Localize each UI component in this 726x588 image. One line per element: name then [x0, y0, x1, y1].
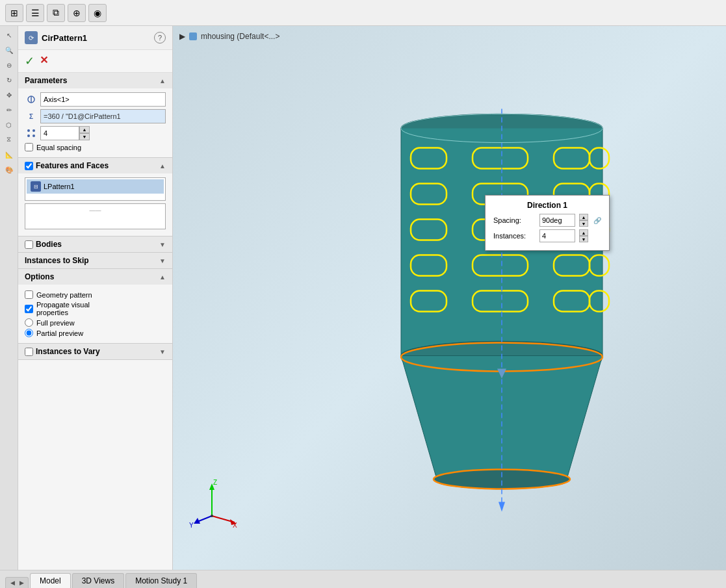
- bodies-section: Bodies ▼: [18, 236, 172, 253]
- toolbar-list-btn[interactable]: ☰: [26, 4, 44, 22]
- bodies-section-title: Bodies: [36, 240, 159, 249]
- options-section-header[interactable]: Options ▲: [18, 269, 172, 285]
- full-preview-label: Full preview: [36, 319, 75, 327]
- tool-feature-icon[interactable]: ⬡: [3, 118, 16, 131]
- spacing-row: Spacing: ▲ ▼ 🔗: [493, 214, 601, 227]
- bodies-section-header[interactable]: Bodies ▼: [18, 236, 172, 252]
- svg-point-5: [32, 134, 35, 137]
- spacing-down-btn[interactable]: ▼: [579, 220, 588, 227]
- instances-popup-down-btn[interactable]: ▼: [579, 236, 588, 242]
- propagate-visual-checkbox[interactable]: [25, 305, 33, 313]
- partial-preview-radio[interactable]: [25, 329, 33, 337]
- axis-icon: [25, 93, 38, 106]
- features-faces-section: Features and Faces ▲ ⊟ LPattern1 ——: [18, 158, 172, 236]
- features-primary-box[interactable]: ⊟ LPattern1: [25, 177, 166, 201]
- spacing-input[interactable]: [539, 214, 575, 227]
- feature-item-label: LPattern1: [44, 183, 75, 190]
- properties-panel: ⟳ CirPattern1 ? ✓ ✕ Parameters ▲: [18, 26, 173, 570]
- link-icon: 🔗: [593, 217, 601, 224]
- spacing-spinner: ▲ ▼: [579, 214, 588, 227]
- instances-increment-btn[interactable]: ▲: [79, 126, 90, 133]
- spacing-label: Spacing:: [493, 216, 536, 224]
- instances-vary-checkbox[interactable]: [25, 348, 33, 356]
- svg-point-4: [27, 134, 30, 137]
- 3d-viewport[interactable]: ▶ mhousing (Default<...> Direction 1 Spa…: [173, 26, 726, 570]
- toolbar-layers-btn[interactable]: ⧉: [47, 4, 65, 22]
- features-faces-checkbox[interactable]: [25, 162, 33, 170]
- partial-preview-label: Partial preview: [36, 329, 83, 337]
- formula-field-row: Σ: [25, 109, 166, 123]
- ok-button[interactable]: ✓: [25, 54, 34, 68]
- breadcrumb-arrow: ▶: [179, 32, 185, 41]
- spacing-up-btn[interactable]: ▲: [579, 214, 588, 220]
- cancel-button[interactable]: ✕: [40, 54, 48, 68]
- tool-cursor-icon[interactable]: ↖: [3, 29, 16, 42]
- ok-cancel-bar: ✓ ✕: [18, 50, 172, 73]
- instances-vary-header[interactable]: Instances to Vary ▼: [18, 344, 172, 359]
- tool-sketch-icon[interactable]: ✏: [3, 103, 16, 116]
- main-area: ↖ 🔍 ⊖ ↻ ✥ ✏ ⬡ ⧖ 📐 🎨 ⟳ CirPattern1 ? ✓ ✕ …: [0, 26, 726, 570]
- direction-popup-title: Direction 1: [493, 201, 601, 210]
- svg-point-3: [32, 129, 35, 132]
- features-secondary-box[interactable]: ——: [25, 203, 166, 229]
- tab-nav-left-btn[interactable]: ◀: [8, 579, 16, 587]
- svg-point-2: [27, 129, 30, 132]
- tool-rotate-icon[interactable]: ↻: [3, 73, 16, 86]
- full-preview-radio[interactable]: [25, 318, 33, 327]
- features-faces-section-header[interactable]: Features and Faces ▲: [18, 158, 172, 173]
- svg-marker-33: [499, 502, 505, 511]
- tab-motion-study[interactable]: Motion Study 1: [125, 573, 197, 588]
- instances-spinner-buttons: ▲ ▼: [79, 126, 90, 140]
- tool-measure-icon[interactable]: 📐: [3, 148, 16, 161]
- equal-spacing-label: Equal spacing: [36, 144, 81, 151]
- tool-zoom-out-icon[interactable]: ⊖: [3, 58, 16, 71]
- breadcrumb-icon: [188, 31, 198, 42]
- geometry-pattern-checkbox[interactable]: [25, 290, 33, 299]
- instances-value-input[interactable]: [40, 126, 79, 140]
- svg-rect-6: [189, 32, 197, 40]
- features-faces-content: ⊟ LPattern1 ——: [18, 173, 172, 236]
- bodies-collapse-icon: ▼: [159, 241, 166, 248]
- instances-popup-input[interactable]: [539, 229, 575, 242]
- instances-spinner: ▲ ▼: [40, 126, 90, 140]
- coordinate-axes: Z X Y: [186, 477, 238, 531]
- toolbar-grid-btn[interactable]: ⊞: [5, 4, 23, 22]
- formula-icon: Σ: [25, 110, 38, 123]
- instances-popup-label: Instances:: [493, 232, 536, 240]
- help-icon[interactable]: ?: [154, 32, 166, 44]
- tab-nav-right-btn[interactable]: ▶: [18, 579, 25, 587]
- svg-text:Z: Z: [213, 479, 217, 486]
- tool-appearance-icon[interactable]: 🎨: [3, 163, 16, 176]
- tab-3d-views[interactable]: 3D Views: [72, 573, 124, 588]
- propagate-visual-row: Propagate visualproperties: [25, 301, 166, 316]
- instances-field-row: ▲ ▼: [25, 126, 166, 140]
- tool-zoom-in-icon[interactable]: 🔍: [3, 44, 16, 57]
- toolbar-crosshair-btn[interactable]: ⊕: [68, 4, 86, 22]
- parameters-section-header[interactable]: Parameters ▲: [18, 73, 172, 88]
- options-section-content: Geometry pattern Propagate visualpropert…: [18, 285, 172, 343]
- feature-item-lpattern1[interactable]: ⊟ LPattern1: [27, 179, 164, 194]
- formula-input[interactable]: [40, 109, 166, 123]
- panel-title: CirPattern1: [42, 33, 154, 43]
- tab-model[interactable]: Model: [30, 573, 71, 588]
- equal-spacing-checkbox[interactable]: [25, 143, 33, 151]
- geometry-pattern-label: Geometry pattern: [36, 291, 92, 299]
- bottom-tabs: ◀ ▶ Model 3D Views Motion Study 1: [0, 570, 726, 588]
- breadcrumb: ▶ mhousing (Default<...>: [179, 31, 279, 42]
- instances-decrement-btn[interactable]: ▼: [79, 133, 90, 140]
- parameters-section-title: Parameters: [25, 76, 159, 85]
- tool-mate-icon[interactable]: ⧖: [3, 133, 16, 146]
- tab-navigation-arrows: ◀ ▶: [5, 577, 29, 588]
- partial-preview-row: Partial preview: [25, 329, 166, 337]
- bodies-checkbox[interactable]: [25, 240, 33, 249]
- instances-icon: [25, 127, 38, 140]
- instances-skip-header[interactable]: Instances to Skip ▼: [18, 253, 172, 268]
- propagate-visual-label: Propagate visualproperties: [36, 301, 90, 316]
- instances-vary-title: Instances to Vary: [36, 347, 159, 356]
- svg-point-45: [211, 515, 213, 517]
- instances-popup-up-btn[interactable]: ▲: [579, 229, 588, 236]
- left-icon-bar: ↖ 🔍 ⊖ ↻ ✥ ✏ ⬡ ⧖ 📐 🎨: [0, 26, 18, 570]
- toolbar-palette-btn[interactable]: ◉: [88, 4, 107, 22]
- axis-input[interactable]: [40, 92, 166, 107]
- tool-pan-icon[interactable]: ✥: [3, 88, 16, 101]
